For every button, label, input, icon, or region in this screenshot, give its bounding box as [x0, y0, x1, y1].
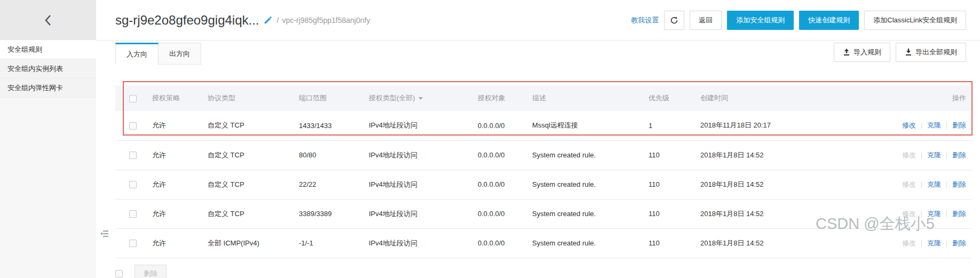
breadcrumb: /vpc-rj985gf5pp1f58anj0nfy — [277, 16, 370, 25]
cell-auth-type: IPv4地址段访问 — [369, 228, 478, 258]
sidebar-item-security-group-rules[interactable]: 安全组规则 — [0, 40, 96, 59]
col-description: 描述 — [532, 85, 649, 111]
cell-port-range: 22/22 — [299, 170, 369, 199]
row-checkbox[interactable] — [129, 122, 137, 130]
cell-protocol: 自定义 TCP — [208, 111, 299, 140]
table-row: 允许 自定义 TCP 1433/1433 IPv4地址段访问 0.0.0.0/0… — [115, 111, 971, 140]
download-icon — [905, 49, 912, 56]
cell-auth-object: 0.0.0.0/0 — [478, 170, 532, 199]
table-footer: 删除 — [96, 258, 980, 278]
cell-policy: 允许 — [152, 199, 208, 228]
back-button[interactable]: 返回 — [690, 11, 722, 30]
sidebar-item-eni-list[interactable]: 安全组内弹性网卡 — [0, 78, 96, 98]
col-auth-object: 授权对象 — [478, 85, 532, 111]
cell-created: 2018年1月8日 14:52 — [700, 140, 850, 170]
clone-link[interactable]: 克隆 — [927, 239, 941, 247]
col-auth-type-label: 授权类型(全部) — [369, 94, 415, 102]
table-row: 允许 自定义 TCP 22/22 IPv4地址段访问 0.0.0.0/0 Sys… — [115, 170, 971, 199]
sidebar-collapse-toggle[interactable] — [99, 228, 110, 239]
cell-auth-type: IPv4地址段访问 — [369, 111, 478, 140]
cell-port-range: 1433/1433 — [299, 111, 369, 140]
col-created: 创建时间 — [700, 85, 850, 111]
table-row: 允许 自定义 TCP 80/80 IPv4地址段访问 0.0.0.0/0 Sys… — [115, 140, 971, 170]
export-all-rules-button[interactable]: 导出全部规则 — [896, 43, 966, 62]
row-checkbox[interactable] — [129, 181, 137, 188]
import-rules-button[interactable]: 导入规则 — [834, 43, 890, 62]
sidebar-item-instance-list[interactable]: 安全组内实例列表 — [0, 59, 96, 78]
cell-port-range: 3389/3389 — [299, 199, 369, 228]
cell-port-range: 80/80 — [299, 140, 369, 170]
breadcrumb-separator: / — [277, 16, 279, 25]
clone-link[interactable]: 克隆 — [927, 210, 941, 218]
delete-link[interactable]: 删除 — [952, 210, 966, 218]
batch-delete-button[interactable]: 删除 — [135, 265, 167, 278]
add-security-group-rule-button[interactable]: 添加安全组规则 — [727, 11, 794, 30]
footer-select-checkbox[interactable] — [115, 270, 123, 277]
tab-toolbar-row: 入方向 出方向 导入规则 — [96, 41, 980, 65]
cell-protocol: 自定义 TCP — [208, 140, 299, 170]
cell-description: Mssql远程连接 — [532, 111, 649, 140]
cell-description: System created rule. — [532, 140, 649, 170]
refresh-button[interactable] — [664, 11, 684, 30]
quick-create-rule-button[interactable]: 快速创建规则 — [799, 11, 859, 30]
menu-collapse-icon — [100, 230, 109, 237]
row-checkbox[interactable] — [129, 152, 137, 159]
row-checkbox[interactable] — [129, 210, 137, 218]
delete-link[interactable]: 删除 — [952, 239, 966, 247]
cell-auth-type: IPv4地址段访问 — [369, 199, 478, 228]
teach-me-link[interactable]: 教我设置 — [631, 15, 659, 25]
cell-auth-object: 0.0.0.0/0 — [478, 199, 532, 228]
page-header: sg-rj9e2o8gfeo9gig4iqk... /vpc-rj985gf5p… — [96, 0, 980, 41]
modify-link: 修改 — [902, 151, 916, 159]
cell-auth-object: 0.0.0.0/0 — [478, 228, 532, 258]
tab-inbound[interactable]: 入方向 — [115, 43, 159, 65]
cell-priority: 110 — [649, 199, 700, 228]
refresh-icon — [670, 16, 678, 25]
modify-link: 修改 — [902, 210, 916, 218]
cell-priority: 110 — [649, 140, 700, 170]
cell-priority: 110 — [649, 228, 700, 258]
cell-policy: 允许 — [152, 170, 208, 199]
col-priority: 优先级 — [649, 85, 700, 111]
col-actions: 操作 — [850, 85, 971, 111]
delete-link[interactable]: 删除 — [952, 151, 966, 159]
cell-protocol: 自定义 TCP — [208, 170, 299, 199]
cell-auth-object: 0.0.0.0/0 — [478, 111, 532, 140]
cell-auth-object: 0.0.0.0/0 — [478, 140, 532, 170]
main-content: sg-rj9e2o8gfeo9gig4iqk... /vpc-rj985gf5p… — [96, 0, 980, 278]
cell-auth-type: IPv4地址段访问 — [369, 140, 478, 170]
row-checkbox[interactable] — [129, 240, 137, 247]
import-rules-label: 导入规则 — [853, 47, 881, 57]
clone-link[interactable]: 克隆 — [927, 180, 941, 188]
modify-link[interactable]: 修改 — [902, 121, 916, 129]
sidebar-back-button[interactable] — [0, 0, 96, 40]
header-actions: 教我设置 返回 添加安全组规则 快速创建规则 添加ClassicLink安全组规… — [631, 11, 966, 30]
caret-down-icon[interactable] — [418, 97, 423, 100]
cell-policy: 允许 — [152, 228, 208, 258]
table-row: 允许 自定义 TCP 3389/3389 IPv4地址段访问 0.0.0.0/0… — [115, 199, 971, 228]
delete-link[interactable]: 删除 — [952, 180, 966, 188]
clone-link[interactable]: 克隆 — [927, 121, 941, 129]
col-policy: 授权策略 — [152, 85, 208, 111]
add-classiclink-rule-button[interactable]: 添加ClassicLink安全组规则 — [864, 11, 966, 30]
chevron-left-icon — [43, 14, 53, 27]
col-auth-type: 授权类型(全部) — [369, 85, 478, 111]
vpc-id-text: vpc-rj985gf5pp1f58anj0nfy — [282, 16, 370, 25]
modify-link: 修改 — [902, 180, 916, 188]
edit-icon[interactable] — [264, 15, 273, 25]
cell-description: System created rule. — [532, 170, 649, 199]
cell-created: 2018年11月18日 20:17 — [700, 111, 850, 140]
cell-priority: 110 — [649, 170, 700, 199]
rules-table: 授权策略 协议类型 端口范围 授权类型(全部) 授权对象 描述 优先级 创建时间… — [115, 85, 971, 258]
delete-link[interactable]: 删除 — [952, 121, 966, 129]
cell-protocol: 全部 ICMP(IPv4) — [208, 228, 299, 258]
select-all-checkbox[interactable] — [129, 95, 137, 102]
cell-priority: 1 — [649, 111, 700, 140]
clone-link[interactable]: 克隆 — [927, 151, 941, 159]
modify-link: 修改 — [902, 239, 916, 247]
cell-created: 2018年1月8日 14:52 — [700, 199, 850, 228]
security-group-rules-page: 安全组规则 安全组内实例列表 安全组内弹性网卡 sg-rj9e2o8gfeo9g… — [0, 0, 980, 278]
cell-created: 2018年1月8日 14:52 — [700, 228, 850, 258]
export-all-rules-label: 导出全部规则 — [915, 47, 957, 57]
tab-outbound[interactable]: 出方向 — [159, 43, 201, 65]
